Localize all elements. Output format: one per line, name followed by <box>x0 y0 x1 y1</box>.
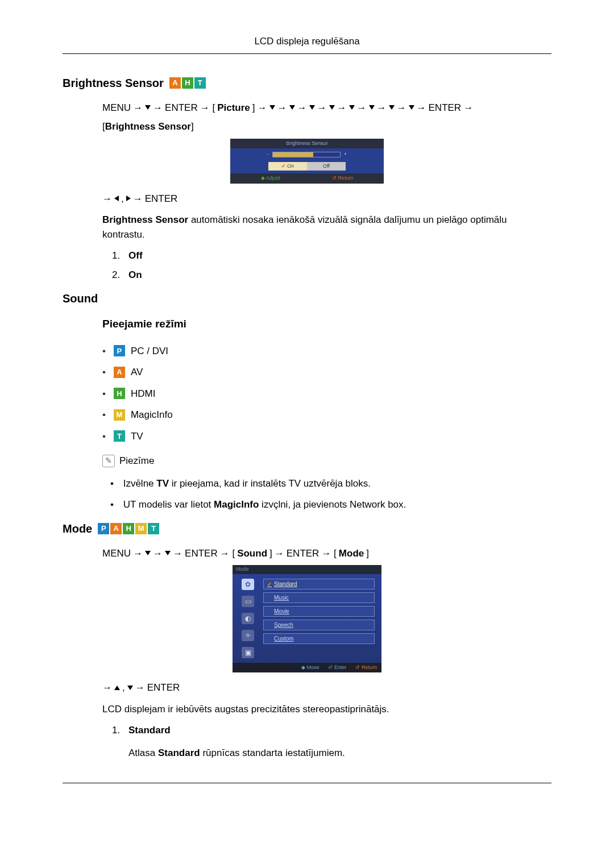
note-magicinfo: UT modelis var lietot MagicInfo izvçlni,… <box>110 497 551 512</box>
side-icon[interactable]: ✿ <box>242 579 254 590</box>
brightness-post-nav: →, →ENTER <box>102 192 551 206</box>
sound-heading: Sound <box>63 290 551 307</box>
osd-item-standard[interactable]: ✔Standard <box>263 579 375 589</box>
mode-osd: Mode ✿ ▭ ◐ ✧ ▣ ✔Standard Music Movie Spe… <box>233 565 381 672</box>
osd-adjust-hint: ◆ Adjust <box>261 175 280 182</box>
down-arrow-icon <box>127 686 133 690</box>
down-arrow-icon <box>329 105 335 110</box>
down-arrow-icon <box>269 105 275 110</box>
mode-icon-t: T <box>148 523 159 534</box>
nav-enter: ENTER <box>185 546 218 561</box>
nav-menu: MENU <box>102 101 131 115</box>
nav-menu: MENU <box>102 546 131 561</box>
mode-icon-h: H <box>182 77 193 89</box>
mode-icon-a: A <box>169 77 181 89</box>
mode-post-nav: →, →ENTER <box>102 680 551 695</box>
mode-heading-icons: P A H M T <box>98 523 159 534</box>
down-arrow-icon <box>369 105 375 110</box>
nav-enter: ENTER <box>145 192 178 206</box>
osd-return-hint: ↺ Return <box>355 664 377 672</box>
osd-enter-hint: ⏎ Enter <box>328 664 346 672</box>
nav-enter: ENTER <box>287 546 320 561</box>
osd-item-custom[interactable]: Custom <box>263 633 375 644</box>
modes-list: P PC / DVI A AV H HDMI M MagicInfo T TV <box>102 344 551 444</box>
mode-icon-a: A <box>110 523 122 534</box>
up-arrow-icon <box>114 686 120 690</box>
down-arrow-icon <box>389 105 395 110</box>
left-arrow-icon <box>114 196 119 201</box>
osd-on-button[interactable]: ✔On <box>268 162 307 171</box>
mode-icon-t: T <box>194 77 206 89</box>
brightness-options-list: Off On <box>123 248 551 282</box>
brightness-nav-suffix: [Brightness Sensor] <box>102 119 551 134</box>
osd-return-hint: ↺ Return <box>332 175 354 182</box>
mode-label: AV <box>131 365 143 380</box>
note-tv: Izvēlne TV ir pieejama, kad ir instalēts… <box>110 476 551 491</box>
osd-item-speech[interactable]: Speech <box>263 620 375 630</box>
mode-icon-h: H <box>114 388 125 399</box>
osd-item-movie[interactable]: Movie <box>263 606 375 617</box>
down-arrow-icon <box>309 105 315 110</box>
page-header: LCD displeja regulēšana <box>63 34 551 54</box>
nav-enter: ENTER <box>147 680 180 695</box>
mode-icon-h: H <box>123 523 134 534</box>
note-label: Piezīme <box>119 454 154 468</box>
down-arrow-icon <box>349 105 355 110</box>
osd-slider[interactable] <box>272 152 341 157</box>
mode-label: HDMI <box>131 387 155 401</box>
note-heading: ✎ Piezīme <box>102 454 551 468</box>
mode-icon-a: A <box>114 367 125 378</box>
mode-heading-text: Mode <box>63 520 92 537</box>
osd-move-hint: ◆ Move <box>301 664 320 672</box>
side-icon[interactable]: ▭ <box>242 596 254 607</box>
footer-rule <box>63 783 551 783</box>
mode-item-hdmi: H HDMI <box>102 387 551 401</box>
mode-label: MagicInfo <box>131 408 173 422</box>
osd-title: Mode <box>233 565 381 574</box>
osd-off-button[interactable]: Off <box>307 162 346 171</box>
nav-enter: ENTER <box>429 101 462 115</box>
nav-sound: Sound <box>237 546 267 561</box>
down-arrow-icon <box>409 105 414 110</box>
down-arrow-icon <box>145 551 151 555</box>
brightness-option-on: On <box>123 268 551 283</box>
mode-item-av: A AV <box>102 365 551 380</box>
down-arrow-icon <box>145 105 151 110</box>
osd-side-icons: ✿ ▭ ◐ ✧ ▣ <box>233 574 263 663</box>
down-arrow-icon <box>165 551 171 555</box>
mode-nav-path: MENU → → →ENTER → [Sound] →ENTER → [Mode… <box>102 546 551 561</box>
right-arrow-icon <box>126 196 131 201</box>
mode-heading: Mode P A H M T <box>63 520 551 537</box>
osd-minus[interactable]: - <box>267 151 269 159</box>
mode-icon-t: T <box>114 430 125 442</box>
mode-item-magicinfo: M MagicInfo <box>102 408 551 422</box>
mode-options-list: Standard Atlasa Standard rūpnīcas standa… <box>123 723 551 760</box>
side-icon[interactable]: ▣ <box>242 647 254 658</box>
mode-icon-m: M <box>114 409 125 421</box>
side-icon[interactable]: ◐ <box>242 613 254 624</box>
down-arrow-icon <box>289 105 295 110</box>
mode-label: TV <box>131 429 143 444</box>
brightness-sensor-heading: Brightness Sensor A H T <box>63 74 551 92</box>
osd-mode-list: ✔Standard Music Movie Speech Custom <box>263 574 381 663</box>
note-icon: ✎ <box>102 455 115 467</box>
osd-title: Brightness Sensor <box>230 139 384 149</box>
mode-icon-m: M <box>135 523 147 534</box>
mode-option-standard: Standard Atlasa Standard rūpnīcas standa… <box>123 723 551 760</box>
brightness-option-off: Off <box>123 248 551 263</box>
side-icon[interactable]: ✧ <box>242 630 254 641</box>
mode-icon-p: P <box>114 345 125 356</box>
nav-mode: Mode <box>339 546 364 561</box>
mode-icon-p: P <box>98 523 109 534</box>
nav-picture: Picture <box>217 101 250 115</box>
brightness-mode-icons: A H T <box>169 77 206 89</box>
brightness-nav-path: MENU → →ENTER → [Picture] → → → → → → → … <box>102 101 551 115</box>
osd-item-music[interactable]: Music <box>263 592 375 603</box>
nav-brightness-sensor: Brightness Sensor <box>105 121 191 132</box>
available-modes-heading: Pieejamie režīmi <box>102 316 551 333</box>
mode-description: LCD displejam ir iebūvēts augstas preciz… <box>102 702 551 717</box>
brightness-heading-text: Brightness Sensor <box>63 74 164 92</box>
brightness-osd: Brightness Sensor - + ✔On Off ◆ Adjust ↺… <box>230 139 384 184</box>
mode-label: PC / DVI <box>131 344 168 359</box>
osd-plus[interactable]: + <box>344 151 347 159</box>
